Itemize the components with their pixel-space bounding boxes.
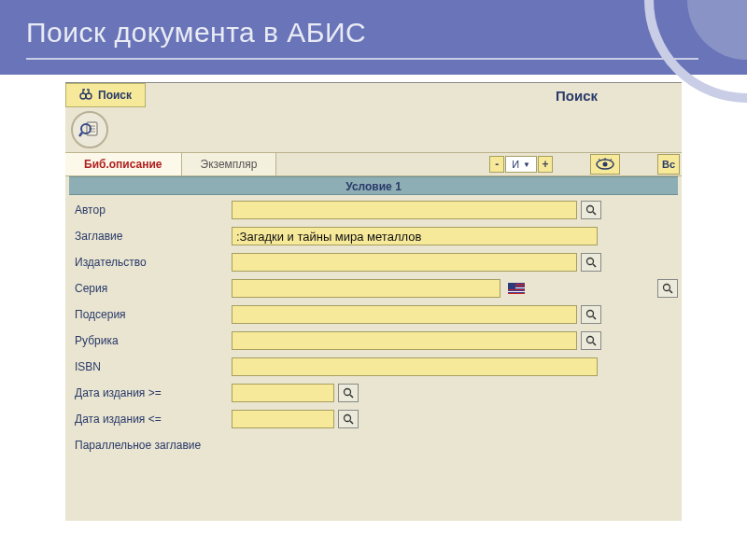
svg-rect-24 <box>508 291 525 292</box>
subseries-input[interactable] <box>232 305 577 324</box>
series-lookup-button[interactable] <box>657 279 678 298</box>
field-row-series: Серия <box>69 275 678 301</box>
toolbar <box>65 107 682 152</box>
field-label: Дата издания <= <box>69 413 228 426</box>
field-row-date-lte: Дата издания <= <box>69 406 678 432</box>
eye-icon <box>595 158 615 171</box>
svg-point-29 <box>587 311 594 317</box>
publisher-input[interactable] <box>232 253 577 272</box>
flag-icon <box>508 283 525 294</box>
slide-header: Поиск документа в АБИС <box>0 0 747 75</box>
binoculars-icon <box>79 88 92 103</box>
svg-line-16 <box>593 212 596 215</box>
svg-line-30 <box>593 316 596 319</box>
all-button[interactable]: Вс <box>657 154 680 175</box>
field-row-parallel-title: Параллельное заглавие <box>69 432 678 458</box>
field-row-isbn: ISBN <box>69 354 678 380</box>
svg-line-14 <box>610 159 612 161</box>
condition-header: Условие 1 <box>69 176 678 195</box>
svg-line-12 <box>599 159 600 161</box>
date-gte-input[interactable] <box>232 384 334 402</box>
logic-plus-button[interactable]: + <box>538 156 553 173</box>
svg-point-33 <box>345 389 351 396</box>
field-row-date-gte: Дата издания >= <box>69 380 678 406</box>
field-label: Дата издания >= <box>69 386 228 399</box>
svg-point-27 <box>664 285 670 291</box>
tab-search[interactable]: Поиск <box>65 83 146 107</box>
field-label: Подсерия <box>69 308 228 321</box>
magnifier-icon <box>585 257 597 268</box>
svg-rect-26 <box>508 283 515 289</box>
search-document-button[interactable] <box>71 111 108 148</box>
tab-search-label: Поиск <box>98 89 132 102</box>
logic-minus-button[interactable]: - <box>489 156 504 173</box>
mode-tab-bib-description[interactable]: Биб.описание <box>65 153 182 175</box>
date-gte-lookup-button[interactable] <box>338 384 359 402</box>
svg-point-35 <box>345 415 351 422</box>
magnifier-icon <box>585 335 597 346</box>
magnifier-icon <box>585 309 597 320</box>
svg-rect-25 <box>508 293 525 294</box>
svg-rect-23 <box>508 289 525 290</box>
svg-point-1 <box>687 0 747 60</box>
author-lookup-button[interactable] <box>581 201 601 219</box>
subseries-lookup-button[interactable] <box>581 305 601 324</box>
svg-line-28 <box>669 290 672 293</box>
field-label: Автор <box>69 203 228 217</box>
field-label: ISBN <box>69 360 228 373</box>
chevron-down-icon: ▼ <box>523 161 530 169</box>
preview-button[interactable] <box>590 154 620 175</box>
svg-point-17 <box>587 259 594 265</box>
slide-title: Поиск документа в АБИС <box>26 17 698 60</box>
decorative-arc-icon <box>626 0 747 121</box>
svg-line-32 <box>593 343 596 345</box>
top-tab-strip: Поиск Поиск <box>65 83 682 107</box>
publisher-lookup-button[interactable] <box>581 253 601 272</box>
title-input[interactable] <box>232 227 598 245</box>
mode-tab-exemplar[interactable]: Экземпляр <box>182 153 277 175</box>
mode-bar: Биб.описание Экземпляр - И ▼ + <box>65 152 682 176</box>
field-row-subseries: Подсерия <box>69 301 678 328</box>
svg-point-15 <box>587 206 594 213</box>
svg-line-9 <box>79 133 82 136</box>
svg-point-3 <box>86 93 92 99</box>
field-label: Издательство <box>69 256 228 269</box>
logic-operator-cluster: - И ▼ + <box>489 156 553 173</box>
rubric-lookup-button[interactable] <box>581 331 601 350</box>
field-row-title: Заглавие <box>69 223 678 249</box>
svg-point-2 <box>80 93 86 99</box>
field-label: Параллельное заглавие <box>69 439 228 452</box>
field-row-author: Автор <box>69 197 678 223</box>
svg-line-36 <box>350 421 353 424</box>
svg-line-18 <box>593 264 596 267</box>
magnifier-icon <box>585 204 597 216</box>
date-lte-input[interactable] <box>232 410 334 428</box>
app-window: Поиск Поиск Биб.описание Экземпляр - <box>65 82 682 521</box>
search-form: Автор Заглавие Издательство Серия <box>65 195 682 460</box>
magnifier-icon <box>343 413 354 425</box>
date-lte-lookup-button[interactable] <box>338 410 359 428</box>
svg-point-31 <box>587 337 594 343</box>
field-label: Заглавие <box>69 230 228 243</box>
series-input[interactable] <box>232 279 500 298</box>
isbn-input[interactable] <box>232 357 598 376</box>
magnifier-icon <box>343 387 354 399</box>
rubric-input[interactable] <box>232 331 577 350</box>
svg-line-34 <box>350 395 353 398</box>
logic-operator-select[interactable]: И ▼ <box>505 156 537 173</box>
author-input[interactable] <box>232 201 577 219</box>
magnifier-document-icon <box>78 118 102 142</box>
field-row-publisher: Издательство <box>69 249 678 275</box>
svg-point-11 <box>603 162 608 167</box>
magnifier-icon <box>662 283 673 294</box>
field-label: Рубрика <box>69 334 228 347</box>
field-row-rubric: Рубрика <box>69 328 678 354</box>
field-label: Серия <box>69 282 228 295</box>
